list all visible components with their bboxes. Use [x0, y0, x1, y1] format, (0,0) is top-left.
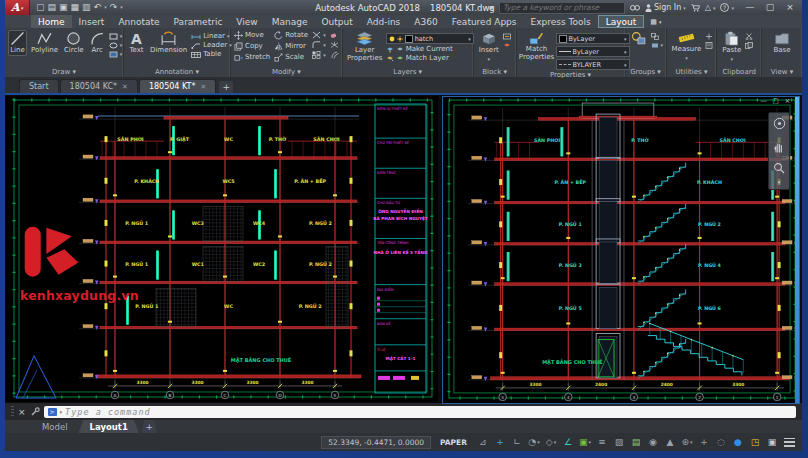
save-as-icon[interactable]: ▦ [71, 3, 80, 12]
fillet-button[interactable]: ▾ [312, 41, 326, 49]
command-input[interactable]: > ▾ Type a command [44, 406, 796, 418]
qat-customize-icon[interactable]: ▾ [120, 5, 123, 10]
plot-icon[interactable]: ▥ [82, 3, 91, 12]
selection-cycling-icon[interactable]: ▤ [628, 435, 644, 449]
help-icon[interactable]: ? ▾ [720, 3, 734, 12]
match-layer-button[interactable]: Match Layer [386, 55, 449, 62]
infer-constraints-icon[interactable]: ⊿ [475, 435, 491, 449]
lineweight-icon[interactable]: ≡ [594, 435, 610, 449]
explode-icon[interactable] [330, 41, 339, 49]
panel-caption-layers[interactable]: Layers ▾ [343, 67, 473, 77]
edit-attribute-icon[interactable] [503, 33, 511, 40]
vp-minimize-button[interactable]: — [759, 97, 768, 106]
line-button[interactable]: Line [8, 30, 27, 56]
workspace-switching-icon[interactable]: ⊛▾ [679, 435, 695, 449]
lineweight-dropdown[interactable]: ByLayer▾ [556, 46, 630, 57]
command-drag-grip[interactable] [11, 406, 14, 417]
file-tab-close-icon[interactable]: ✕ [201, 83, 207, 91]
circle-button[interactable]: Circle [62, 30, 86, 56]
drawing-area[interactable]: kenhxaydung.vn SÂN PHƠIP. GIẶTWCP. THỜSÂ… [5, 93, 802, 403]
paste-button[interactable]: Paste▾ [720, 30, 743, 63]
create-block-icon[interactable] [503, 42, 511, 49]
navigation-wheel-icon[interactable] [773, 117, 786, 130]
annotation-visibility-icon[interactable]: + [696, 435, 712, 449]
match-properties-button[interactable]: Match Properties [520, 30, 554, 62]
ribbon-tab-layout[interactable]: Layout [598, 15, 645, 28]
ribbon-tab-manage[interactable]: Manage [265, 15, 315, 28]
table-button[interactable]: Table [191, 51, 221, 58]
ribbon-tab-view[interactable]: View [229, 15, 264, 28]
ribbon-tab-add-ins[interactable]: Add-ins [360, 15, 408, 28]
mirror-button[interactable]: Mirror [274, 42, 306, 51]
ribbon-tab-a360[interactable]: A360 [407, 15, 444, 28]
clean-screen-icon[interactable]: ◳ [747, 435, 763, 449]
transparency-icon[interactable]: ▨ [611, 435, 627, 449]
erase-icon[interactable] [330, 31, 339, 39]
a360-share-icon[interactable]: △▾ [705, 3, 716, 12]
ribbon-tab-home[interactable]: Home [31, 15, 72, 28]
pan-hand-icon[interactable] [773, 140, 785, 153]
command-close-icon[interactable]: × [18, 407, 26, 417]
cart-icon[interactable] [691, 4, 700, 12]
copy-clip-icon[interactable] [745, 42, 753, 49]
ribbon-tab-express-tools[interactable]: Express Tools [524, 15, 598, 28]
object-snap-icon[interactable]: ▣▾ [577, 435, 593, 449]
viewport-right-drawing[interactable]: — ▢ × ▾ SÂN PHƠIP. THỜSÂN CHƠIP. ĂN + BẾ… [442, 96, 800, 404]
tab-layout1[interactable]: Layout1 [79, 420, 139, 433]
command-wrench-icon[interactable] [30, 407, 40, 417]
search-expand-icon[interactable]: ▸ [490, 3, 494, 12]
new-icon[interactable]: ▢ [36, 3, 45, 12]
panel-caption-draw[interactable]: Draw ▾ [5, 67, 123, 77]
new-layout-button[interactable]: + [142, 420, 157, 433]
redo-icon[interactable]: ↷ [110, 3, 118, 12]
stretch-button[interactable]: Stretch [234, 53, 270, 62]
layer-properties-button[interactable]: Layer Properties [346, 30, 384, 63]
ungroup-icon[interactable] [651, 33, 659, 40]
minimize-button[interactable]: — [740, 0, 760, 15]
navbar-more-icon[interactable]: ▾ [778, 179, 781, 185]
search-input[interactable] [499, 2, 625, 14]
cut-icon[interactable] [745, 33, 753, 40]
viewport-scrollbar[interactable] [795, 97, 799, 403]
panel-caption-block[interactable]: Block ▾ [474, 67, 516, 77]
ribbon-tab-insert[interactable]: Insert [72, 15, 112, 28]
app-menu-button[interactable]: A▾ [5, 0, 30, 15]
ribbon-tab-featured-apps[interactable]: Featured Apps [445, 15, 524, 28]
tab-model[interactable]: Model [31, 420, 79, 433]
new-drawing-tab-button[interactable]: + [219, 81, 233, 93]
restore-button[interactable]: ▢ [760, 0, 780, 15]
layer-dropdown[interactable]: hatch ▾ [386, 33, 474, 44]
command-history-icon[interactable]: ▾ [60, 409, 63, 415]
ribbon-tab-parametric[interactable]: Parametric [167, 15, 230, 28]
vp-close-button[interactable]: × [783, 97, 792, 106]
quick-calc-icon[interactable] [705, 42, 713, 49]
make-current-button[interactable]: Make Current [386, 46, 453, 53]
insert-button[interactable]: Insert▾ [477, 30, 501, 63]
vp-restore-button[interactable]: ▢ [771, 97, 780, 106]
linetype-dropdown[interactable]: BYLAYER▾ [556, 59, 630, 70]
panel-caption-annotation[interactable]: Annotation ▾ [124, 67, 230, 77]
paper-space-toggle[interactable]: PAPER [435, 438, 472, 447]
graphics-performance-icon[interactable]: ● [730, 435, 746, 449]
sign-in-button[interactable]: Sign In▾ [645, 3, 686, 12]
group-edit-icon[interactable]: ▾ [651, 42, 664, 49]
panel-caption-clipboard[interactable]: Clipboard [717, 67, 761, 77]
ribbon-tab-output[interactable]: Output [314, 15, 359, 28]
panel-caption-utilities[interactable]: Utilities ▾ [667, 67, 717, 77]
trim-button[interactable]: ▾ [312, 31, 326, 39]
ortho-mode-icon[interactable]: ∟ [509, 435, 525, 449]
open-icon[interactable]: ▤ [48, 3, 57, 12]
measure-button[interactable]: Measure▾ [670, 30, 704, 62]
ellipse-tool-icon[interactable]: ▾ [109, 42, 123, 49]
annotation-monitor-icon[interactable]: ◉ [645, 435, 661, 449]
copy-button[interactable]: Copy [234, 42, 263, 51]
close-button[interactable]: × [780, 0, 800, 15]
rectangle-tool-icon[interactable]: ▾ [109, 33, 123, 40]
move-button[interactable]: Move [234, 31, 264, 40]
leader-button[interactable]: Leader▾ [191, 42, 232, 49]
panel-caption-groups[interactable]: Groups ▾ [626, 67, 666, 77]
file-tab-180504-kc-[interactable]: 180504 KC*✕ [60, 79, 138, 93]
file-tab-start[interactable]: Start [19, 79, 59, 93]
viewport-left-drawing[interactable]: kenhxaydung.vn SÂN PHƠIP. GIẶTWCP. THỜSÂ… [6, 96, 438, 402]
array-button[interactable]: ▾ [312, 51, 326, 59]
